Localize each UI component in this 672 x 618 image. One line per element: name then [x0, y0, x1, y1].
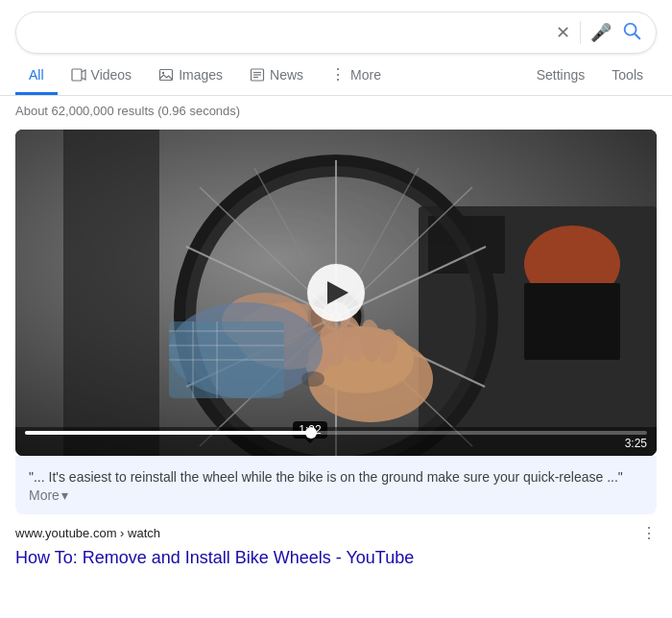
video-container[interactable]: 1:32 3:25	[15, 130, 657, 456]
svg-rect-11	[428, 216, 505, 273]
svg-line-22	[336, 317, 485, 387]
tab-images-label: Images	[179, 67, 223, 83]
nav-right: Settings Tools	[523, 58, 657, 95]
svg-rect-14	[63, 130, 159, 456]
play-icon	[327, 281, 348, 304]
svg-point-4	[162, 72, 164, 74]
search-bar-icons: ✕ 🎤	[556, 20, 642, 46]
tab-all[interactable]: All	[15, 58, 58, 95]
tab-settings[interactable]: Settings	[523, 58, 599, 95]
tab-more-label: More	[350, 67, 381, 83]
svg-rect-13	[524, 283, 620, 360]
result-title-link[interactable]: How To: Remove and Install Bike Wheels -…	[15, 548, 414, 567]
svg-line-24	[186, 317, 336, 387]
tab-all-label: All	[29, 67, 44, 83]
svg-point-40	[222, 293, 308, 350]
images-icon	[158, 67, 174, 83]
videos-icon	[71, 67, 86, 83]
progress-total-time: 3:25	[625, 437, 647, 450]
more-link[interactable]: More ▾	[29, 487, 68, 503]
progress-time-row: 3:25	[25, 437, 647, 450]
search-bar-container: how to install the wheel on a bike ✕ 🎤	[15, 12, 657, 54]
svg-point-35	[336, 314, 367, 363]
mic-icon[interactable]: 🎤	[590, 22, 612, 43]
nav-left: All Videos Images News	[15, 58, 523, 95]
nav-tabs: All Videos Images News	[0, 58, 672, 96]
tab-news[interactable]: News	[236, 58, 317, 95]
video-info-card: "... It's easiest to reinstall the wheel…	[15, 456, 657, 514]
clear-icon[interactable]: ✕	[556, 22, 570, 43]
divider	[580, 21, 581, 44]
svg-rect-2	[72, 69, 82, 81]
play-button[interactable]	[307, 264, 365, 321]
more-options-icon[interactable]: ⋮	[641, 524, 657, 542]
tab-videos[interactable]: Videos	[58, 58, 146, 95]
tab-tools[interactable]: Tools	[598, 58, 657, 95]
results-count: About 62,000,000 results (0.96 seconds)	[0, 96, 672, 126]
svg-point-36	[358, 319, 383, 363]
news-icon	[250, 67, 265, 83]
search-submit-icon[interactable]	[621, 20, 642, 46]
progress-fill	[25, 431, 311, 435]
svg-point-41	[169, 302, 323, 398]
tab-tools-label: Tools	[612, 67, 643, 83]
svg-point-33	[308, 326, 414, 393]
svg-point-37	[376, 328, 398, 365]
svg-line-1	[635, 34, 639, 38]
video-thumbnail: 1:32 3:25	[15, 130, 657, 456]
svg-point-38	[302, 350, 334, 379]
source-row: www.youtube.com › watch ⋮	[15, 524, 657, 542]
result-title: How To: Remove and Install Bike Wheels -…	[15, 546, 657, 570]
tab-images[interactable]: Images	[145, 58, 236, 95]
tab-news-label: News	[270, 67, 303, 83]
chevron-down-icon: ▾	[61, 487, 68, 503]
svg-point-12	[524, 226, 620, 302]
progress-thumb	[305, 427, 317, 439]
tab-videos-label: Videos	[91, 67, 132, 83]
dots-icon: ⋮	[330, 67, 346, 83]
svg-rect-10	[419, 206, 657, 456]
more-label: More	[29, 487, 60, 503]
search-header: how to install the wheel on a bike ✕ 🎤	[0, 0, 672, 54]
video-snippet: "... It's easiest to reinstall the wheel…	[29, 469, 623, 485]
svg-point-48	[301, 371, 324, 387]
source-url: www.youtube.com › watch	[15, 526, 160, 540]
video-progress-area: 1:32 3:25	[15, 427, 657, 456]
svg-point-34	[316, 322, 349, 369]
search-input[interactable]: how to install the wheel on a bike	[30, 24, 556, 41]
tab-settings-label: Settings	[537, 67, 586, 83]
progress-bar[interactable]	[25, 431, 647, 435]
results-count-text: About 62,000,000 results (0.96 seconds)	[15, 104, 240, 118]
svg-point-32	[308, 336, 433, 422]
svg-rect-42	[169, 321, 284, 398]
tab-more[interactable]: ⋮ More	[317, 58, 395, 95]
